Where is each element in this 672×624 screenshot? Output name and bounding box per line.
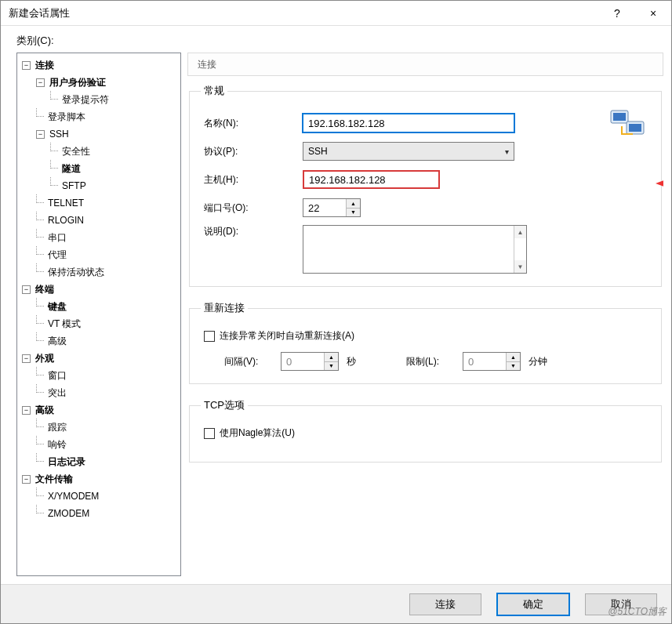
autoreconnect-checkbox[interactable] [204,331,215,342]
ok-button[interactable]: 确定 [497,593,569,615]
tree-branch-icon [36,419,44,427]
tree-item-label: RLOGIN [46,214,85,227]
tree-item-label: 安全性 [60,144,92,159]
tree-item-label: 连接 [34,58,56,73]
tree-item[interactable]: 键盘 [19,298,179,315]
category-tree[interactable]: −连接−用户身份验证登录提示符登录脚本−SSH安全性隧道SFTPTELNETRL… [16,53,181,576]
tree-branch-icon [36,436,44,444]
tree-item[interactable]: SFTP [19,177,179,194]
host-input[interactable] [303,170,440,189]
close-button[interactable]: × [635,1,671,26]
port-input[interactable] [303,199,346,216]
name-label: 名称(N): [201,117,303,130]
tree-item-label: 保持活动状态 [46,265,106,280]
protocol-value: SSH [308,146,328,157]
tree-item[interactable]: RLOGIN [19,212,179,229]
limit-input[interactable] [463,353,506,370]
tree-branch-icon [36,488,44,496]
protocol-select[interactable]: SSH ▾ [303,142,514,161]
desc-label: 说明(D): [201,225,303,238]
tree-toggle-icon[interactable]: − [22,285,31,294]
tree-branch-icon [36,315,44,324]
tree-item-label: TELNET [46,197,85,209]
tree-item-label: SSH [48,128,71,140]
limit-spinner[interactable]: ▲ ▼ [463,352,521,371]
tree-item[interactable]: 登录脚本 [19,108,179,125]
tree-item[interactable]: −文件传输 [19,470,179,488]
tree-branch-icon [36,332,44,341]
tree-item[interactable]: X/YMODEM [19,488,179,505]
tree-item[interactable]: 保持活动状态 [19,263,179,281]
tree-branch-icon [36,246,44,255]
tree-item[interactable]: −用户身份验证 [19,74,179,91]
limit-spin-up[interactable]: ▲ [507,353,520,362]
svg-rect-3 [629,124,641,132]
limit-spin-down[interactable]: ▼ [507,362,520,371]
tree-item[interactable]: VT 模式 [19,315,179,332]
tree-item[interactable]: −连接 [19,56,179,74]
tree-branch-icon [36,505,44,513]
tree-branch-icon [36,212,44,220]
tree-item-label: 串口 [46,230,68,245]
port-spinner[interactable]: ▲ ▼ [303,198,361,217]
tree-item[interactable]: −终端 [19,281,179,298]
tree-item[interactable]: −SSH [19,125,179,143]
tree-item[interactable]: 日志记录 [19,453,179,470]
tree-branch-icon [36,229,44,238]
interval-input[interactable] [282,353,324,370]
tree-toggle-icon[interactable]: − [22,475,31,484]
port-spin-up[interactable]: ▲ [347,199,360,209]
session-properties-dialog: 新建会话属性 ? × 类别(C): −连接−用户身份验证登录提示符登录脚本−SS… [0,0,672,624]
port-spin-down[interactable]: ▼ [347,209,360,217]
tree-item-label: 高级 [34,403,56,418]
window-title: 新建会话属性 [9,6,599,20]
desc-textarea[interactable] [303,226,514,271]
tree-item-label: 终端 [34,282,56,297]
tree-item[interactable]: 登录提示符 [19,91,179,108]
interval-spin-up[interactable]: ▲ [325,353,338,362]
tree-toggle-icon[interactable]: − [22,406,31,415]
scroll-up-icon[interactable]: ▲ [514,226,526,238]
tree-branch-icon [36,194,44,203]
tree-item[interactable]: 窗口 [19,367,179,384]
connect-button[interactable]: 连接 [409,593,481,615]
tree-toggle-icon[interactable]: − [22,61,31,70]
nagle-checkbox[interactable] [204,428,215,439]
interval-spinner[interactable]: ▲ ▼ [281,352,339,371]
autoreconnect-label: 连接异常关闭时自动重新连接(A) [220,329,354,343]
tree-item[interactable]: −高级 [19,401,179,419]
name-input[interactable] [303,114,514,132]
tree-item-label: ZMODEM [46,507,91,520]
tree-item[interactable]: 响铃 [19,436,179,453]
tree-item[interactable]: TELNET [19,194,179,212]
desc-scrollbar[interactable]: ▲ ▼ [514,226,526,273]
tree-branch-icon [50,177,58,186]
tree-toggle-icon[interactable]: − [22,354,31,363]
tree-item-label: SFTP [60,180,88,192]
scroll-down-icon[interactable]: ▼ [514,260,526,273]
tree-toggle-icon[interactable]: − [36,78,45,87]
svg-rect-1 [613,113,626,121]
network-icon [609,109,647,140]
tree-item-label: 用户身份验证 [48,75,107,90]
tree-toggle-icon[interactable]: − [36,130,45,139]
tree-item[interactable]: 高级 [19,332,179,350]
settings-panel: 连接 常规 名称(N): 协议(P): [187,53,663,576]
minutes-unit: 分钟 [529,355,549,368]
protocol-label: 协议(P): [201,145,303,158]
tree-item[interactable]: 串口 [19,229,179,246]
tree-item[interactable]: ZMODEM [19,505,179,522]
general-group: 常规 名称(N): 协议(P): SSH ▾ [189,84,662,287]
desc-wrap: ▲ ▼ [303,225,527,274]
tree-item[interactable]: 突出 [19,384,179,401]
tree-item[interactable]: 安全性 [19,143,179,160]
tree-item[interactable]: 跟踪 [19,419,179,436]
tree-branch-icon [36,108,44,117]
interval-spin-down[interactable]: ▼ [325,362,338,371]
tree-item[interactable]: 隧道 [19,160,179,177]
tree-item-label: 文件传输 [34,472,74,487]
help-button[interactable]: ? [599,1,635,26]
host-label: 主机(H): [201,173,303,187]
tree-item[interactable]: 代理 [19,246,179,263]
tree-item[interactable]: −外观 [19,350,179,367]
